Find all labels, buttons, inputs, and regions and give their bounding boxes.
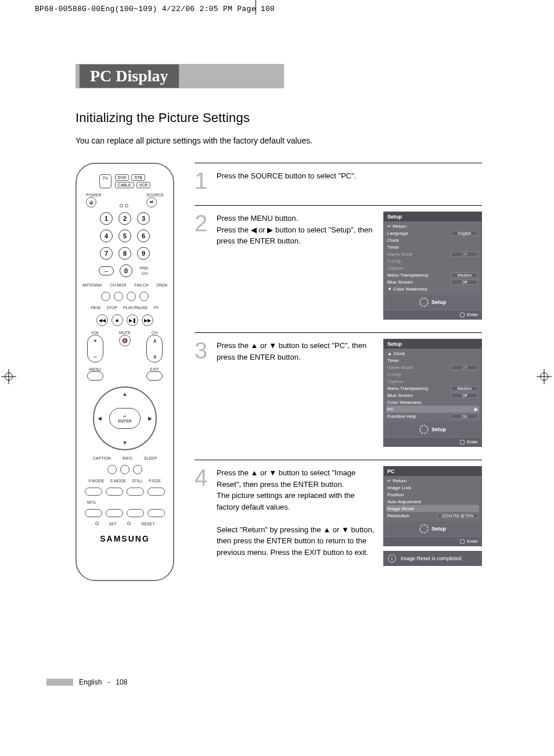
osd-row: Menu TransparencyMedium [386,385,479,392]
osd-footer-label: Setup [431,299,446,305]
remote-stop: STOP [106,306,117,310]
down-arrow-icon: ▼ [123,440,128,446]
osd-row: Timer [386,243,479,250]
remote-menu-label: MENU [87,367,103,371]
footer-page-number: 108 [116,678,127,686]
osd-row-label: Function Help [387,414,416,419]
osd-pc-menu: PC ↵ ReturnImage LockPositionAuto Adjust… [383,466,482,546]
toast-text: Image Reset is completed. [401,556,463,561]
osd-row: Clock [386,237,479,243]
remote-5: 5 [118,230,131,242]
step-number: 2 [195,212,212,235]
rew-icon: ◀◀ [96,314,108,326]
remote-2: 2 [118,212,131,225]
remote-vcr: VCR [136,182,151,188]
osd-row: Timer [386,357,479,364]
osd-row: PC▶ [386,406,479,413]
registration-mark [1,369,16,384]
power-icon: ⏻ [86,197,96,207]
remote-still: STILL [132,479,143,483]
osd-row-value: Off [451,280,478,285]
osd-row-label: Clock [387,238,399,243]
right-arrow-icon: ▶ [148,415,152,421]
stop-icon: ■ [111,314,123,326]
osd-row: Caption [386,264,479,271]
osd-row-value: Medium [451,386,478,391]
osd-row: ▼ Color Weakness [386,285,479,292]
remote-dvd: DVD [115,174,129,181]
osd-row-label: Auto Adjustment [387,499,421,504]
osd-row-label: Timer [387,245,399,250]
step-3: 3 Press the ▲ or ▼ button to select "PC"… [195,332,482,460]
play-icon: ▶❚ [127,314,138,326]
enter-icon [460,440,465,445]
osd-row-label: Image Reset [387,506,413,511]
ff-icon: ▶▶ [142,314,153,326]
osd-setup-menu-1: Setup ↵ ReturnLanguageEnglishClockTimerG… [383,212,482,320]
remote-1: 1 [100,212,113,225]
footer-sep: - [107,678,110,686]
exit-button [146,371,163,381]
osd-row: Game ModeOff [386,364,479,371]
print-header: BP68-00588G-00Eng(100~109) 4/22/06 2:05 … [35,5,275,13]
osd-row-label: Menu Transparency [387,273,429,278]
osd-row: Position [386,491,479,498]
osd-row-value: On [451,414,478,419]
osd-row-label: Game Mode [387,252,413,257]
osd-row: Game ModeOff [386,250,479,257]
osd-row: Image Lock [386,484,479,491]
osd-row-label: ▲ Clock [387,351,405,356]
left-arrow-icon: ◀ [98,415,102,421]
osd-enter-label: Enter [467,312,478,317]
osd-row-label: Image Lock [387,485,411,490]
info-icon: i [388,554,396,562]
enter-button: ↵ENTER [109,408,141,429]
source-icon: ⇄ [146,197,157,207]
remote-dnse: DNSe [157,283,168,287]
osd-row: V-Chip [386,371,479,378]
remote-4: 4 [100,230,113,242]
osd-row: Color Weakness [386,399,479,406]
step-4: 4 Press the ▲ or ▼ button to select "Ima… [195,460,482,579]
osd-row-suffix: ▶ [474,407,478,412]
osd-title: PC [384,467,481,476]
up-arrow-icon: ▲ [123,391,128,397]
remote-vol: VOL [87,331,103,335]
osd-row-label: Position [387,492,404,497]
osd-row-label: Blue Screen [387,393,413,398]
osd-row-label: Blue Screen [387,280,413,285]
footer-chip [46,679,73,686]
osd-setup-menu-2: Setup ▲ ClockTimerGame ModeOffV-ChipCapt… [383,339,482,447]
step-number: 1 [195,169,212,192]
enter-icon [460,313,465,317]
step-number: 4 [195,466,212,489]
remote-smode: S.MODE [110,479,127,483]
channel-rocker: ∧∨ [146,335,163,363]
osd-row-value: Medium [451,273,478,278]
remote-7: 7 [100,247,113,260]
volume-rocker: +– [87,335,103,363]
remote-8: 8 [118,247,131,260]
step-2: 2 Press the MENU button. Press the ◀ or … [195,205,482,332]
page-footer: English - 108 [46,678,127,686]
remote-pmode: P.MODE [89,479,105,483]
remote-antenna: ANTENNA [82,283,102,287]
osd-row-label: V-Chip [387,372,401,377]
remote-chmgr: CH.MGR [110,283,126,287]
osd-footer-label: Setup [431,526,446,532]
osd-enter-label: Enter [467,539,478,544]
osd-row-label: PC [387,407,394,412]
osd-row: ▲ Clock [386,350,479,357]
brand-logo: SAMSUNG [100,534,150,543]
remote-caption: CAPTION [93,456,111,460]
intro-text: You can replace all picture settings wit… [75,136,482,145]
osd-row-label: Caption [387,379,404,384]
osd-row-label: Timer [387,358,399,363]
osd-row-label: Caption [387,266,404,271]
osd-row-value: Off [451,393,478,398]
remote-stb: STB [131,174,145,181]
osd-title: Setup [384,212,481,221]
gear-icon [419,298,429,307]
gear-icon [419,524,429,533]
osd-title: Setup [384,339,481,349]
